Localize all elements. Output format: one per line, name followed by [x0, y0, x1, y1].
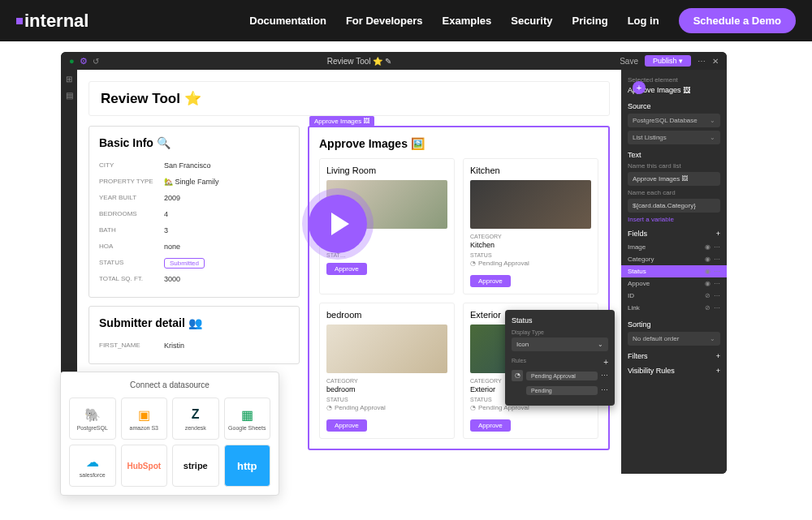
fields-section[interactable]: Fields+	[628, 230, 720, 238]
hubspot-icon: HubSpot	[134, 458, 153, 474]
selection-tab[interactable]: Approve Images 🖼	[309, 116, 374, 127]
field-row[interactable]: Image◉⋯	[628, 241, 720, 253]
top-nav: internal Documentation For Developers Ex…	[0, 0, 812, 41]
visibility-section[interactable]: Visibility Rules+	[628, 367, 720, 375]
more-icon[interactable]: ⋯	[601, 386, 608, 394]
nav-login[interactable]: Log in	[628, 15, 659, 27]
nav-documentation[interactable]: Documentation	[249, 15, 326, 27]
submitter-title: Submitter detail 👥	[99, 316, 289, 329]
submitter-panel[interactable]: Submitter detail 👥 FIRST_NAMEKristin	[89, 306, 300, 364]
more-icon: ⋯	[714, 280, 720, 287]
datasource-zendesk[interactable]: Zzendesk	[172, 398, 219, 440]
add-component-icon[interactable]: +	[633, 81, 646, 94]
more-icon: ⋯	[714, 243, 720, 251]
inspector-panel: Selected element Approve Images 🖼 Source…	[621, 70, 727, 474]
sorting-section: Sorting	[628, 320, 720, 329]
more-icon[interactable]: ⋯	[601, 372, 608, 380]
datasource-title: Connect a datasource	[69, 380, 270, 389]
more-icon: ⋯	[714, 304, 720, 312]
popup-title: Status	[512, 316, 608, 324]
display-type-select[interactable]: Icon	[512, 337, 608, 351]
basic-info-title: Basic Info 🔍	[99, 136, 289, 149]
eye-icon: ◉	[705, 280, 710, 287]
edit-icon[interactable]: ✎	[385, 57, 391, 66]
rule-row[interactable]: ◔Pending Approval⋯	[512, 370, 608, 381]
status-config-popup: Status Display Type Icon Rules+ ◔Pending…	[505, 310, 615, 406]
nav-security[interactable]: Security	[511, 15, 552, 27]
source-db-select[interactable]: PostgreSQL Database	[628, 114, 720, 127]
history-icon[interactable]: ↺	[93, 57, 99, 66]
salesforce-icon: ☁	[83, 453, 102, 470]
status-dots-icon: ●	[69, 56, 75, 66]
publish-button[interactable]: Publish ▾	[645, 55, 691, 67]
datasource-hubspot[interactable]: HubSpot	[121, 445, 168, 487]
status-pending: Pending Approval	[470, 260, 591, 267]
datasource-http[interactable]: http	[224, 445, 271, 487]
aws-icon: ▣	[134, 406, 153, 423]
plus-icon[interactable]: +	[716, 352, 720, 360]
eye-icon: ◉	[705, 243, 710, 251]
image-card[interactable]: bedroom CATEGORY bedroom STATUS Pending …	[319, 303, 455, 439]
more-icon[interactable]: ⋯	[698, 57, 706, 66]
approve-button[interactable]: Approve	[470, 275, 511, 287]
image-card[interactable]: Kitchen CATEGORY Kitchen STATUS Pending …	[463, 158, 598, 294]
field-row[interactable]: Link⊘⋯	[628, 302, 720, 314]
datasource-postgresql[interactable]: 🐘PostgreSQL	[69, 398, 116, 440]
status-pending: Pending Approval	[326, 404, 447, 411]
stripe-icon: stripe	[186, 458, 205, 474]
basic-info-panel[interactable]: Basic Info 🔍 CITYSan Francisco PROPERTY …	[89, 126, 300, 298]
hidden-icon: ⊘	[705, 304, 710, 312]
schedule-demo-button[interactable]: Schedule a Demo	[679, 8, 796, 33]
name-list-input[interactable]: Approve Images 🖼	[628, 172, 720, 186]
source-table-select[interactable]: List Listings	[628, 131, 720, 144]
editor-title: Review Tool ⭐ ✎	[99, 57, 620, 66]
postgresql-icon: 🐘	[83, 406, 102, 423]
zendesk-icon: Z	[186, 406, 205, 423]
play-video-button[interactable]	[309, 195, 367, 253]
datasource-salesforce[interactable]: ☁salesforce	[69, 445, 116, 487]
insert-variable-link[interactable]: Insert a variable	[628, 216, 720, 223]
field-row[interactable]: Category◉⋯	[628, 253, 720, 265]
datasource-amazon-s3[interactable]: ▣amazon S3	[121, 398, 168, 440]
field-row[interactable]: ID⊘⋯	[628, 290, 720, 302]
source-section: Source	[628, 102, 720, 110]
approve-button[interactable]: Approve	[470, 419, 511, 432]
approve-button[interactable]: Approve	[326, 263, 367, 275]
nav-examples[interactable]: Examples	[443, 15, 492, 27]
eye-icon: ◉	[705, 256, 710, 263]
card-image	[470, 180, 591, 229]
nav-developers[interactable]: For Developers	[346, 15, 423, 27]
datasource-google-sheets[interactable]: ▦Google Sheets	[224, 398, 271, 440]
clock-icon: ◔	[512, 370, 523, 381]
name-card-input[interactable]: ${card.data.Category}	[628, 199, 720, 213]
plus-icon[interactable]: +	[716, 367, 720, 375]
more-icon: ⋯	[714, 268, 720, 275]
plus-icon[interactable]: +	[603, 358, 608, 367]
add-icon[interactable]: ⊞	[64, 75, 74, 84]
text-section: Text	[628, 151, 720, 159]
more-icon: ⋯	[714, 256, 720, 263]
save-button[interactable]: Save	[620, 57, 638, 66]
datasource-modal: Connect a datasource 🐘PostgreSQL ▣amazon…	[60, 372, 279, 496]
eye-icon: ◉	[705, 268, 710, 275]
sort-select[interactable]: No default order	[628, 332, 720, 346]
rule-row[interactable]: Pending⋯	[512, 385, 608, 396]
close-icon[interactable]: ✕	[712, 57, 719, 66]
more-icon: ⋯	[714, 292, 720, 299]
plus-icon[interactable]: +	[716, 230, 720, 238]
layers-icon[interactable]: ▤	[64, 91, 74, 101]
gear-icon[interactable]: ⚙	[80, 56, 88, 67]
sheets-icon: ▦	[237, 406, 257, 423]
logo[interactable]: internal	[16, 11, 89, 32]
hidden-icon: ⊘	[705, 292, 710, 299]
filters-section[interactable]: Filters+	[628, 352, 720, 360]
page-title[interactable]: Review Tool ⭐	[89, 81, 610, 116]
approve-button[interactable]: Approve	[326, 419, 367, 432]
approve-title: Approve Images 🖼️	[319, 137, 598, 150]
status-badge: Submitted	[164, 258, 205, 269]
nav-pricing[interactable]: Pricing	[572, 15, 608, 27]
field-row-active[interactable]: Status◉⋯	[621, 265, 727, 277]
datasource-stripe[interactable]: stripe	[172, 445, 219, 487]
field-row[interactable]: Appove◉⋯	[628, 277, 720, 290]
card-image	[326, 324, 447, 373]
